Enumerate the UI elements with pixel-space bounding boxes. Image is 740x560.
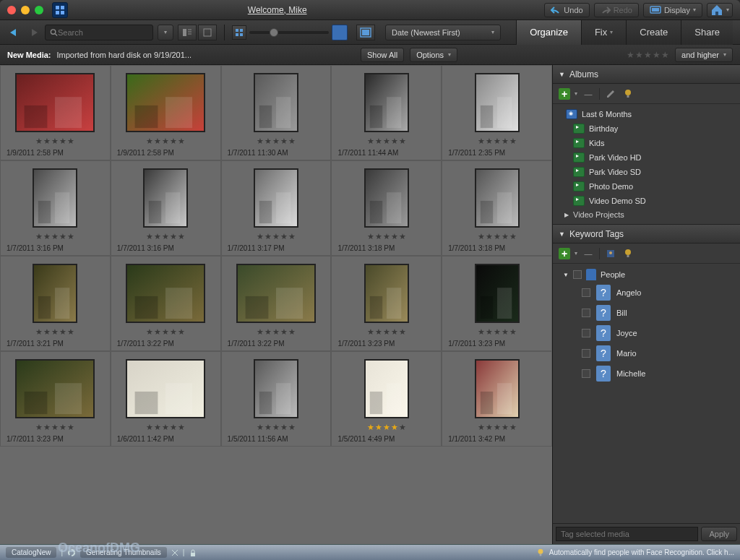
rating-stars[interactable]: ★★★★★: [367, 137, 406, 146]
tag-item[interactable]: ?Angelo: [553, 283, 740, 303]
album-item[interactable]: Park Video HD: [553, 150, 740, 165]
chevron-down-icon[interactable]: ▾: [575, 250, 577, 257]
tab-create[interactable]: Create: [626, 20, 681, 45]
tab-fix[interactable]: Fix▾: [581, 20, 626, 45]
remove-album-button[interactable]: —: [582, 87, 595, 100]
album-item[interactable]: Birthday: [553, 121, 740, 136]
nav-forward-button[interactable]: [26, 25, 40, 40]
thumbnail-cell[interactable]: ★★★★★ 1/7/2011 3:16 PM: [111, 160, 221, 256]
rating-filter[interactable]: ★★★★★: [627, 50, 669, 60]
rating-stars[interactable]: ★★★★★: [146, 232, 185, 241]
options-dropdown[interactable]: Options ▾: [410, 48, 457, 62]
thumbnail-grid-wrap[interactable]: ★★★★★ 1/9/2011 2:58 PM ★★★★★ 1/9/2011 2:…: [0, 65, 552, 544]
rating-stars[interactable]: ★★★★★: [35, 137, 74, 146]
add-tag-button[interactable]: +: [559, 248, 570, 259]
catalog-name[interactable]: CatalogNew: [6, 547, 56, 558]
rating-stars[interactable]: ★★★★★: [478, 137, 517, 146]
tag-checkbox[interactable]: [573, 270, 582, 279]
rating-stars[interactable]: ★★★★★: [367, 327, 406, 337]
keywords-panel-header[interactable]: ▼ Keyword Tags: [553, 225, 740, 244]
remove-tag-button[interactable]: —: [582, 247, 595, 260]
view-single-button[interactable]: [198, 25, 217, 40]
tag-group-people[interactable]: ▼ People: [553, 267, 740, 283]
tag-checkbox[interactable]: [582, 309, 590, 317]
rating-stars[interactable]: ★★★★★: [367, 423, 406, 432]
thumbnail-cell[interactable]: ★★★★★ 1/5/2011 4:49 PM: [331, 351, 442, 447]
rating-stars[interactable]: ★★★★★: [35, 327, 74, 337]
nav-back-button[interactable]: [7, 25, 22, 40]
tab-organize[interactable]: Organize: [516, 20, 581, 45]
thumbnail-cell[interactable]: ★★★★★ 1/9/2011 2:58 PM: [111, 65, 221, 160]
album-item[interactable]: Kids: [553, 136, 740, 150]
apply-tag-button[interactable]: Apply: [701, 527, 737, 541]
albums-panel-header[interactable]: ▼ Albums: [553, 65, 740, 84]
display-menu[interactable]: Display ▾: [643, 3, 702, 17]
tag-checkbox[interactable]: [582, 329, 590, 337]
show-all-button[interactable]: Show All: [361, 48, 404, 62]
album-folder-video-projects[interactable]: ▶ Video Projects: [553, 208, 740, 221]
rating-stars[interactable]: ★★★★★: [478, 423, 517, 432]
thumbnail-cell[interactable]: ★★★★★ 1/7/2011 3:21 PM: [0, 256, 111, 351]
thumbnail-cell[interactable]: ★★★★★ 1/7/2011 3:23 PM: [331, 256, 442, 351]
rating-stars[interactable]: ★★★★★: [257, 232, 296, 241]
thumbnail-cell[interactable]: ★★★★★ 1/5/2011 11:56 AM: [221, 351, 332, 447]
rating-stars[interactable]: ★★★★★: [257, 423, 296, 432]
thumbnail-cell[interactable]: ★★★★★ 1/7/2011 3:16 PM: [0, 160, 111, 256]
search-field-wrap[interactable]: [45, 25, 153, 40]
view-detail-button[interactable]: [178, 25, 197, 40]
rating-stars[interactable]: ★★★★★: [367, 232, 406, 241]
rating-stars[interactable]: ★★★★★: [146, 137, 185, 146]
undo-button[interactable]: Undo: [544, 3, 589, 17]
album-item[interactable]: Video Demo SD: [553, 194, 740, 208]
tag-checkbox[interactable]: [582, 288, 590, 297]
tag-checkbox[interactable]: [582, 369, 590, 378]
rating-stars[interactable]: ★★★★★: [35, 423, 74, 432]
tag-item[interactable]: ?Bill: [553, 303, 740, 323]
album-item[interactable]: Photo Demo: [553, 179, 740, 194]
thumbnail-cell[interactable]: ★★★★★ 1/7/2011 3:17 PM: [221, 160, 332, 256]
zoom-large-icon[interactable]: [332, 25, 348, 40]
thumbnail-cell[interactable]: ★★★★★ 1/7/2011 3:18 PM: [331, 160, 442, 256]
edit-album-button[interactable]: [604, 87, 617, 100]
tab-share[interactable]: Share: [681, 20, 733, 45]
add-album-button[interactable]: +: [559, 88, 570, 100]
tag-tips-button[interactable]: [621, 247, 634, 260]
rating-stars[interactable]: ★★★★★: [478, 232, 517, 241]
status-tip[interactable]: Automatically find people with Face Reco…: [549, 548, 734, 556]
fullscreen-button[interactable]: [356, 25, 375, 40]
people-recognition-button[interactable]: [604, 247, 617, 260]
tag-input[interactable]: [556, 527, 698, 541]
rating-stars[interactable]: ★★★★★: [146, 327, 185, 337]
search-input[interactable]: [58, 28, 148, 37]
album-tips-button[interactable]: [621, 87, 634, 100]
search-dropdown[interactable]: ▾: [158, 25, 173, 40]
thumbnail-cell[interactable]: ★★★★★ 1/7/2011 11:30 AM: [221, 65, 332, 160]
rating-stars[interactable]: ★★★★★: [146, 423, 185, 432]
home-button[interactable]: ▾: [707, 3, 733, 17]
redo-button[interactable]: Redo: [594, 3, 639, 17]
thumbnail-cell[interactable]: ★★★★★ 1/7/2011 3:23 PM: [0, 351, 111, 447]
zoom-slider-knob[interactable]: [270, 28, 278, 37]
album-item[interactable]: Park Video SD: [553, 165, 740, 179]
thumbnail-cell[interactable]: ★★★★★ 1/7/2011 3:23 PM: [442, 256, 552, 351]
rating-stars[interactable]: ★★★★★: [35, 232, 74, 241]
tag-checkbox[interactable]: [582, 349, 590, 358]
tag-item[interactable]: ?Michelle: [553, 363, 740, 384]
thumbnail-cell[interactable]: ★★★★★ 1/7/2011 3:22 PM: [111, 256, 221, 351]
cancel-task-icon[interactable]: [171, 549, 178, 556]
tag-item[interactable]: ?Joyce: [553, 323, 740, 343]
zoom-slider[interactable]: [249, 31, 329, 34]
thumbnail-cell[interactable]: ★★★★★ 1/6/2011 1:42 PM: [111, 351, 221, 447]
thumbnail-cell[interactable]: ★★★★★ 1/7/2011 2:35 PM: [442, 65, 552, 160]
thumbnail-cell[interactable]: ★★★★★ 1/7/2011 3:22 PM: [221, 256, 332, 351]
thumbnail-cell[interactable]: ★★★★★ 1/7/2011 11:44 AM: [331, 65, 442, 160]
chevron-down-icon[interactable]: ▾: [575, 90, 577, 97]
sort-dropdown[interactable]: Date (Newest First) ▾: [385, 25, 501, 40]
rating-stars[interactable]: ★★★★★: [257, 137, 296, 146]
tag-item[interactable]: ?Mario: [553, 343, 740, 363]
zoom-small-icon[interactable]: [232, 25, 246, 40]
rating-stars[interactable]: ★★★★★: [257, 327, 296, 337]
smart-album-last6months[interactable]: Last 6 Months: [553, 107, 740, 121]
thumbnail-cell[interactable]: ★★★★★ 1/9/2011 2:58 PM: [0, 65, 111, 160]
thumbnail-cell[interactable]: ★★★★★ 1/7/2011 3:18 PM: [442, 160, 552, 256]
